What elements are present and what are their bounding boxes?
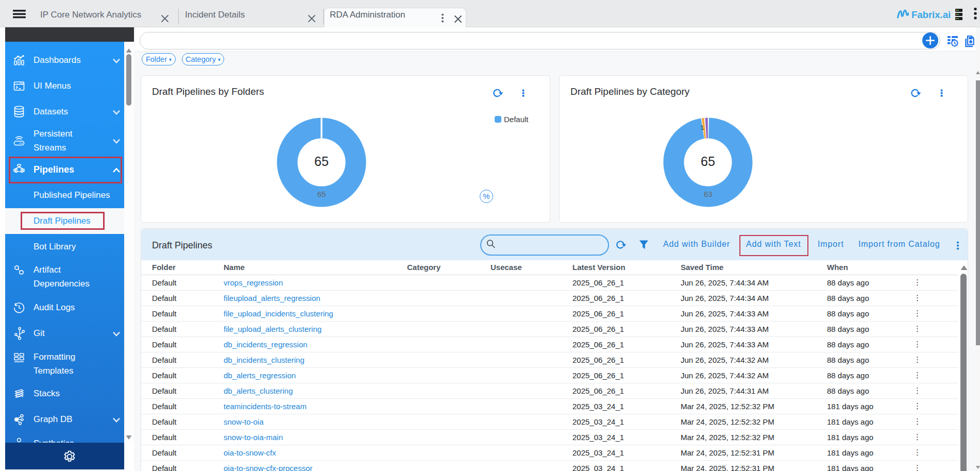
svg-text:65: 65	[314, 154, 329, 169]
svg-text:63: 63	[704, 190, 713, 198]
svg-text:65: 65	[317, 190, 326, 198]
svg-text:65: 65	[701, 154, 715, 169]
